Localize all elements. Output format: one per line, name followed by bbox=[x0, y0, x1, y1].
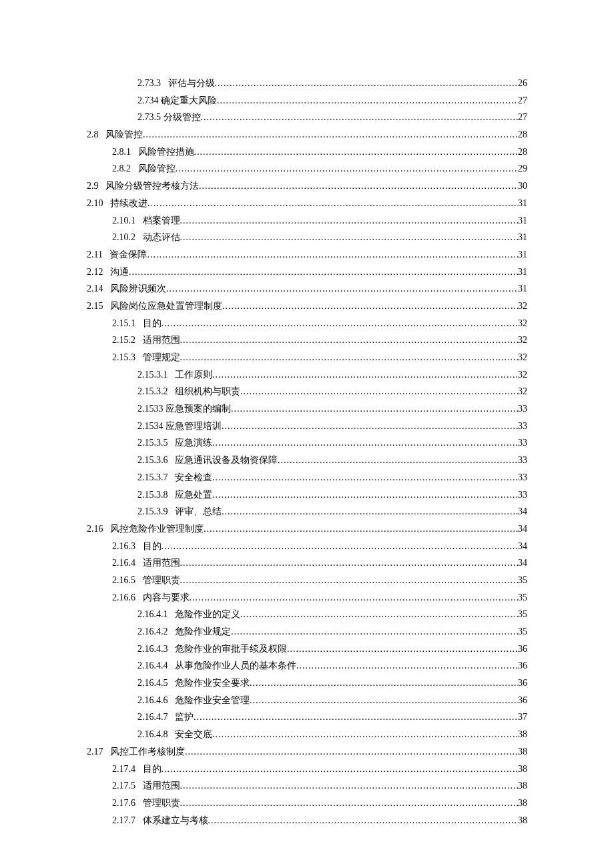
toc-leader-dots bbox=[240, 384, 518, 399]
toc-entry[interactable]: 2.17.5 适用范围38 bbox=[87, 779, 527, 793]
toc-entry[interactable]: 2.15.2 适用范围32 bbox=[87, 333, 527, 348]
toc-title: 持续改进 bbox=[110, 196, 147, 211]
toc-entry[interactable]: 2.17.7 体系建立与考核38 bbox=[87, 813, 527, 828]
toc-entry[interactable]: 2.10.1 档案管理31 bbox=[87, 213, 527, 228]
toc-leader-dots bbox=[180, 350, 519, 365]
toc-page: 31 bbox=[518, 282, 527, 296]
toc-entry[interactable]: 2.16.4.5 危险作业安全要求36 bbox=[87, 676, 527, 691]
toc-number: 2.16.4.1 bbox=[137, 607, 168, 622]
toc-title: 管理职责 bbox=[143, 573, 180, 588]
toc-separator bbox=[168, 368, 176, 382]
toc-entry[interactable]: 2.15.3.5 应急演练33 bbox=[87, 436, 527, 450]
toc-leader-dots bbox=[231, 402, 518, 416]
toc-entry[interactable]: 2.15.3.9 评审、总结34 bbox=[87, 504, 527, 519]
toc-title: 风控危险作业管理制度 bbox=[110, 522, 204, 536]
toc-entry[interactable]: 2.16.4.6 危险作业安全管理36 bbox=[87, 693, 527, 708]
toc-number: 2.8.1 bbox=[112, 145, 131, 159]
toc-separator bbox=[168, 453, 176, 468]
toc-entry[interactable]: 2.15.3.6 应急通讯设备及物资保障33 bbox=[87, 453, 527, 468]
toc-entry[interactable]: 2.16.4.1 危险作业的定义35 bbox=[87, 607, 527, 622]
toc-number: 2.73.3 bbox=[137, 76, 161, 91]
toc-page: 37 bbox=[518, 710, 527, 725]
toc-leader-dots bbox=[147, 248, 518, 262]
toc-number: 2.15.3.5 bbox=[137, 436, 168, 450]
toc-entry[interactable]: 2.16.6 内容与要求35 bbox=[87, 590, 527, 605]
toc-separator bbox=[103, 248, 110, 262]
toc-page: 27 bbox=[518, 110, 527, 125]
toc-entry[interactable]: 2.73.5 分级管控27 bbox=[87, 110, 527, 125]
toc-entry[interactable]: 2.12 沟通31 bbox=[87, 265, 527, 280]
toc-separator bbox=[135, 779, 143, 793]
toc-entry[interactable]: 2.15.3.1 工作原则32 bbox=[87, 368, 527, 382]
toc-entry[interactable]: 2.16.4.8 安全交底38 bbox=[87, 727, 527, 742]
toc-entry[interactable]: 2.16.4.3 危险作业的审批手续及权限36 bbox=[87, 642, 527, 657]
toc-leader-dots bbox=[190, 590, 519, 605]
toc-entry[interactable]: 2.16.4.2 危险作业规定35 bbox=[87, 624, 527, 639]
toc-entry[interactable]: 2.15 风险岗位应急处置管理制度32 bbox=[87, 299, 527, 314]
toc-page: 36 bbox=[518, 642, 527, 657]
toc-page: 33 bbox=[518, 402, 527, 416]
toc-title: 安全交底 bbox=[175, 727, 212, 742]
toc-number: 2.10.2 bbox=[112, 230, 135, 245]
toc-title: 目的 bbox=[143, 539, 162, 554]
toc-title: 危险作业的定义 bbox=[175, 607, 240, 622]
toc-leader-dots bbox=[185, 745, 518, 759]
toc-entry[interactable]: 2.9 风险分级管控考核方法30 bbox=[87, 179, 527, 193]
toc-page: 31 bbox=[518, 265, 527, 280]
toc-leader-dots bbox=[199, 179, 518, 193]
toc-title: 监护 bbox=[175, 710, 194, 725]
toc-entry[interactable]: 2.16.4.4 从事危险作业人员的基本条件36 bbox=[87, 659, 527, 673]
toc-page: 28 bbox=[518, 127, 527, 142]
toc-leader-dots bbox=[296, 659, 518, 673]
toc-entry[interactable]: 2.11 资金保障31 bbox=[87, 248, 527, 262]
toc-entry[interactable]: 2.15.3.2 组织机构与职责32 bbox=[87, 384, 527, 399]
toc-entry[interactable]: 2.15.3.8 应急处置33 bbox=[87, 488, 527, 502]
toc-leader-dots bbox=[212, 436, 518, 450]
toc-entry[interactable]: 2.15.1 目的32 bbox=[87, 316, 527, 331]
toc-entry[interactable]: 2.8.1 风险管控措施28 bbox=[87, 145, 527, 159]
toc-page: 38 bbox=[518, 796, 527, 811]
toc-separator bbox=[103, 745, 111, 759]
toc-number: 2.16.3 bbox=[112, 539, 135, 554]
toc-entry[interactable]: 2.15.3.7 安全检查33 bbox=[87, 470, 527, 485]
toc-page: 33 bbox=[518, 488, 527, 502]
toc-entry[interactable]: 2.16.4 适用范围34 bbox=[87, 556, 527, 570]
toc-leader-dots bbox=[180, 213, 519, 228]
toc-number: 2.16.4.7 bbox=[137, 710, 168, 725]
toc-page: 38 bbox=[518, 779, 527, 793]
toc-entry[interactable]: 2.73.3 评估与分级26 bbox=[87, 76, 527, 91]
toc-page: 34 bbox=[518, 522, 527, 536]
toc-entry[interactable]: 2.16.5 管理职责35 bbox=[87, 573, 527, 588]
toc-leader-dots bbox=[180, 333, 519, 348]
toc-separator bbox=[168, 710, 176, 725]
toc-page: 31 bbox=[518, 213, 527, 228]
toc-entry[interactable]: 2.17.4 目的38 bbox=[87, 762, 527, 777]
toc-entry[interactable]: 2.10 持续改进31 bbox=[87, 196, 527, 211]
toc-separator bbox=[135, 350, 143, 365]
toc-entry[interactable]: 2.10.2 动态评估31 bbox=[87, 230, 527, 245]
toc-entry[interactable]: 2.1534 应急管理培训33 bbox=[87, 419, 527, 434]
toc-entry[interactable]: 2.16.4.7 监护37 bbox=[87, 710, 527, 725]
toc-entry[interactable]: 2.15.3 管理规定32 bbox=[87, 350, 527, 365]
toc-leader-dots bbox=[231, 624, 518, 639]
toc-entry[interactable]: 2.14 风险辨识频次31 bbox=[87, 282, 527, 296]
toc-leader-dots bbox=[201, 110, 519, 125]
toc-entry[interactable]: 2.17.6 管理职责38 bbox=[87, 796, 527, 811]
toc-leader-dots bbox=[222, 419, 518, 434]
toc-title: 应急管理培训 bbox=[166, 419, 222, 434]
toc-page: 29 bbox=[518, 161, 527, 176]
toc-number: 2.1534 bbox=[137, 419, 164, 434]
toc-page: 33 bbox=[518, 453, 527, 468]
toc-entry[interactable]: 2.17 风控工作考核制度38 bbox=[87, 745, 527, 759]
toc-entry[interactable]: 2.734 确定重大风险27 bbox=[87, 93, 527, 108]
toc-entry[interactable]: 2.16.3 目的34 bbox=[87, 539, 527, 554]
toc-entry[interactable]: 2.16 风控危险作业管理制度34 bbox=[87, 522, 527, 536]
toc-separator bbox=[168, 676, 176, 691]
toc-number: 2.16.4.2 bbox=[137, 624, 168, 639]
toc-entry[interactable]: 2.8 风险管控28 bbox=[87, 127, 527, 142]
toc-entry[interactable]: 2.8.2 风险管控29 bbox=[87, 161, 527, 176]
toc-leader-dots bbox=[212, 488, 518, 502]
toc-page: 38 bbox=[518, 727, 527, 742]
toc-entry[interactable]: 2.1533 应急预案的编制33 bbox=[87, 402, 527, 416]
toc-number: 2.15.3.6 bbox=[137, 453, 168, 468]
